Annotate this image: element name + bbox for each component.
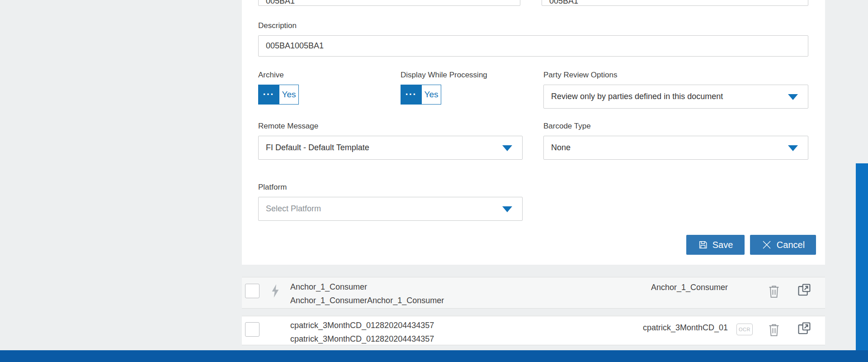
save-button[interactable]: Save [686, 235, 745, 255]
archive-toggle-value: Yes [279, 85, 299, 105]
ellipsis-icon: ··· [258, 85, 279, 105]
archive-toggle[interactable]: ··· Yes [258, 85, 299, 105]
description-input[interactable]: 005BA1005BA1 [258, 35, 808, 57]
trash-icon[interactable] [767, 284, 781, 300]
row-checkbox[interactable] [245, 322, 259, 337]
ocr-icon: OCR [736, 324, 753, 335]
ellipsis-icon: ··· [401, 85, 421, 105]
cancel-button[interactable]: Cancel [750, 235, 816, 255]
party-review-options-value: Review only by parties defined in this d… [551, 92, 723, 101]
footer-bar [0, 350, 868, 362]
chevron-down-icon [502, 206, 512, 212]
table-row: cpatrick_3MonthCD_012820204434357 cpatri… [242, 316, 825, 345]
save-icon [698, 240, 708, 250]
chevron-down-icon [788, 145, 798, 151]
chevron-down-icon [502, 145, 512, 151]
close-icon [761, 239, 772, 250]
cancel-button-label: Cancel [777, 240, 805, 250]
display-while-processing-toggle[interactable]: ··· Yes [401, 85, 441, 105]
barcode-type-label: Barcode Type [543, 122, 591, 131]
name-input[interactable]: 005BA1 [258, 0, 520, 6]
barcode-type-value: None [551, 143, 571, 152]
remote-message-label: Remote Message [258, 122, 318, 131]
display-while-processing-toggle-value: Yes [421, 85, 441, 105]
description-label: Description [258, 21, 297, 30]
table-row: Anchor_1_Consumer Anchor_1_ConsumerAncho… [242, 277, 825, 309]
lightning-icon [270, 284, 280, 298]
description-input-value: 005BA1005BA1 [266, 41, 324, 51]
document-name: Anchor_1_Consumer [290, 282, 367, 292]
open-document-icon[interactable] [797, 321, 812, 338]
document-right-name: cpatrick_3MonthCD_01 [643, 323, 728, 333]
open-document-icon[interactable] [797, 282, 812, 299]
party-review-options-dropdown[interactable]: Review only by parties defined in this d… [543, 85, 808, 109]
display-while-processing-label: Display While Processing [401, 71, 487, 80]
archive-label: Archive [258, 71, 284, 80]
remote-message-value: FI Default - Default Template [266, 143, 369, 152]
document-subname: cpatrick_3MonthCD_012820204434357 [290, 334, 434, 344]
document-subname: Anchor_1_ConsumerAnchor_1_Consumer [290, 296, 444, 305]
trash-icon[interactable] [767, 323, 781, 338]
document-name: cpatrick_3MonthCD_012820204434357 [290, 321, 434, 330]
document-right-name: Anchor_1_Consumer [651, 283, 728, 292]
platform-dropdown[interactable]: Select Platform [258, 197, 523, 221]
right-accent-strip [856, 163, 868, 350]
remote-message-dropdown[interactable]: FI Default - Default Template [258, 136, 523, 160]
chevron-down-icon [788, 94, 798, 100]
platform-label: Platform [258, 183, 287, 192]
display-name-input[interactable]: 005BA1 [542, 0, 808, 6]
save-button-label: Save [712, 240, 733, 250]
page: 005BA1 005BA1 Description 005BA1005BA1 A… [0, 0, 868, 362]
barcode-type-dropdown[interactable]: None [543, 136, 808, 160]
platform-placeholder: Select Platform [266, 204, 321, 214]
party-review-options-label: Party Review Options [543, 71, 617, 80]
row-checkbox[interactable] [245, 284, 259, 298]
display-name-input-value: 005BA1 [549, 0, 808, 5]
name-input-value: 005BA1 [266, 0, 520, 5]
